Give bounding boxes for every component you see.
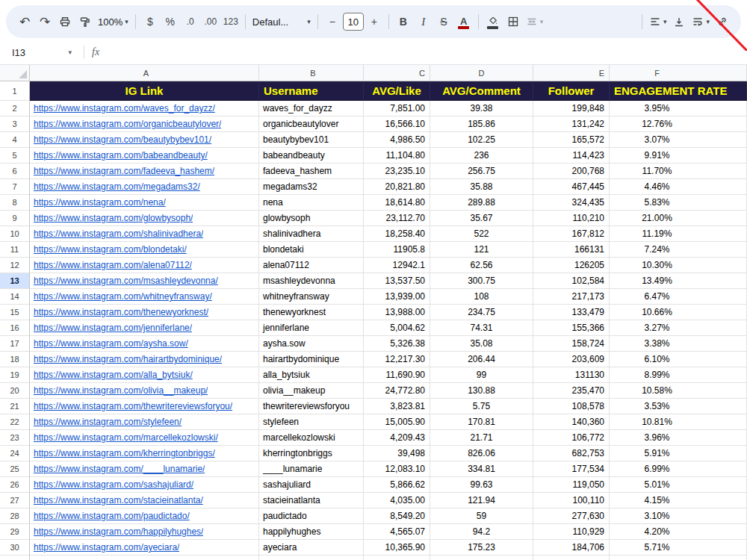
cell-avg-comment[interactable]: 35.08	[430, 336, 533, 352]
row-header-1[interactable]: 1	[0, 81, 30, 101]
cell-avg-like[interactable]: 12942.1	[364, 258, 430, 273]
cell-follower[interactable]: 682,753	[533, 446, 610, 461]
row-header-15[interactable]: 15	[0, 305, 30, 320]
cell-follower[interactable]: 177,534	[533, 461, 610, 477]
cell-avg-like[interactable]: 12,217.30	[364, 352, 430, 367]
ig-link[interactable]: https://www.instagram.com/____lunamarie/	[34, 464, 205, 474]
column-header-b[interactable]: B	[259, 65, 364, 81]
cell-avg-like[interactable]: 8,549.20	[364, 508, 430, 524]
cell-follower[interactable]: 165,572	[533, 132, 610, 148]
cell-username[interactable]: stylefeen	[259, 414, 364, 430]
cell-engagement-rate[interactable]: 11.19%	[610, 226, 747, 242]
ig-link[interactable]: https://www.instagram.com/marcellekozlow…	[34, 432, 218, 443]
cell-ig-link[interactable]: https://www.instagram.com/thenewyorknest…	[30, 305, 259, 320]
cell-avg-comment[interactable]: 130.88	[430, 383, 533, 399]
cell-follower[interactable]: 217,173	[533, 289, 610, 305]
formula-input[interactable]	[107, 40, 747, 64]
row-header-19[interactable]: 19	[0, 367, 30, 383]
row-header-25[interactable]: 25	[0, 461, 30, 477]
ig-link[interactable]: https://www.instagram.com/shalinivadhera…	[34, 228, 203, 239]
cell-username[interactable]: msashleydevonna	[259, 273, 364, 289]
cell-username[interactable]: shalinivadhera	[259, 226, 364, 242]
row-header-22[interactable]: 22	[0, 414, 30, 430]
ig-link[interactable]: https://www.instagram.com/organicbeautyl…	[34, 119, 221, 129]
row-header-9[interactable]: 9	[0, 211, 30, 226]
cell-engagement-rate[interactable]: 3.27%	[610, 320, 747, 336]
ig-link[interactable]: https://www.instagram.com/waves_for_dayz…	[34, 103, 215, 113]
cell-follower[interactable]: 131,242	[533, 116, 610, 132]
cell-engagement-rate[interactable]: 4.46%	[610, 179, 747, 195]
cell-ig-link[interactable]: https://www.instagram.com/thewritereview…	[30, 399, 259, 414]
cell-avg-like[interactable]: 11,690.90	[364, 367, 430, 383]
cell-username[interactable]: ____lunamarie	[259, 461, 364, 477]
cell-username[interactable]: megadams32	[259, 179, 364, 195]
cell-avg-like[interactable]: 18,258.40	[364, 226, 430, 242]
cell-engagement-rate[interactable]: 4.15%	[610, 493, 747, 508]
column-header-f[interactable]: F	[610, 65, 747, 81]
cell-ig-link[interactable]: https://www.instagram.com/jenniferlane/	[30, 320, 259, 336]
horizontal-align-button[interactable]: ▾	[647, 11, 669, 32]
ig-link[interactable]: https://www.instagram.com/whitneyfranswa…	[34, 291, 212, 302]
cell-engagement-rate[interactable]: 13.49%	[610, 273, 747, 289]
cell-avg-like[interactable]: 5,004.62	[364, 320, 430, 336]
cell-avg-comment[interactable]: 234.75	[430, 305, 533, 320]
cell-avg-like[interactable]: 7,851.00	[364, 101, 430, 116]
cell-follower[interactable]: 119,050	[533, 477, 610, 493]
row-header-13[interactable]: 13	[0, 273, 30, 289]
cell-engagement-rate[interactable]: 9.91%	[610, 148, 747, 164]
ig-link[interactable]: https://www.instagram.com/babeandbeauty/	[34, 150, 208, 161]
cell-avg-comment[interactable]: 522	[430, 226, 533, 242]
cell-engagement-rate[interactable]: 3.95%	[610, 101, 747, 116]
cell-engagement-rate[interactable]: 10.58%	[610, 383, 747, 399]
ig-link[interactable]: https://www.instagram.com/glowbysoph/	[34, 213, 193, 223]
ig-link[interactable]: https://www.instagram.com/blondetaki/	[34, 244, 187, 255]
cell-avg-like[interactable]: 18,614.80	[364, 195, 430, 211]
cell-engagement-rate[interactable]: 6.99%	[610, 461, 747, 477]
cell-engagement-rate[interactable]: 3.53%	[610, 399, 747, 414]
header-avg-like[interactable]: AVG/Like	[364, 81, 430, 101]
cell-avg-like[interactable]: 4,565.07	[364, 524, 430, 540]
cell-follower[interactable]: 110,210	[533, 211, 610, 226]
cell-avg-comment[interactable]: 39.38	[430, 101, 533, 116]
cell-avg-comment[interactable]: 185.86	[430, 116, 533, 132]
ig-link[interactable]: https://www.instagram.com/alena07112/	[34, 260, 192, 270]
cell-ig-link[interactable]: https://www.instagram.com/beautybybev101…	[30, 132, 259, 148]
cell-avg-like[interactable]: 5,326.38	[364, 336, 430, 352]
font-selector[interactable]: Defaul... ▾	[250, 11, 313, 32]
cell-username[interactable]: marcellekozlowski	[259, 430, 364, 446]
ig-link[interactable]: https://www.instagram.com/ayeciara/	[34, 542, 179, 553]
cell-ig-link[interactable]: https://www.instagram.com/paudictado/	[30, 508, 259, 524]
cell-username[interactable]: glowbysoph	[259, 211, 364, 226]
cell-engagement-rate[interactable]: 3.10%	[610, 508, 747, 524]
cell-avg-comment[interactable]: 108	[430, 289, 533, 305]
cell-avg-like[interactable]: 16,566.10	[364, 116, 430, 132]
ig-link[interactable]: https://www.instagram.com/olivia__makeup…	[34, 385, 208, 396]
cell-engagement-rate[interactable]: 11.70%	[610, 164, 747, 179]
cell-follower[interactable]: 108,578	[533, 399, 610, 414]
cell-ig-link[interactable]: https://www.instagram.com/stylefeen/	[30, 414, 259, 430]
cell-avg-comment[interactable]: 236	[430, 148, 533, 164]
ig-link[interactable]: https://www.instagram.com/hairartbydomin…	[34, 354, 222, 364]
row-header-21[interactable]: 21	[0, 399, 30, 414]
cell-avg-like[interactable]: 11905.8	[364, 242, 430, 258]
cell-ig-link[interactable]: https://www.instagram.com/glowbysoph/	[30, 211, 259, 226]
cell-avg-comment[interactable]: 59	[430, 508, 533, 524]
cell-ig-link[interactable]: https://www.instagram.com/olivia__makeup…	[30, 383, 259, 399]
redo-button[interactable]: ↷	[35, 11, 55, 32]
cell-avg-like[interactable]: 24,772.80	[364, 383, 430, 399]
increase-font-size-button[interactable]: +	[365, 11, 384, 32]
cell-username[interactable]: organicbeautylover	[259, 116, 364, 132]
cell-username[interactable]: aysha.sow	[259, 336, 364, 352]
column-header-c[interactable]: C	[364, 65, 430, 81]
cell-avg-comment[interactable]: 5.75	[430, 399, 533, 414]
cell-ig-link[interactable]: https://www.instagram.com/msashleydevonn…	[30, 273, 259, 289]
cell-engagement-rate[interactable]: 10.66%	[610, 305, 747, 320]
ig-link[interactable]: https://www.instagram.com/msashleydevonn…	[34, 276, 218, 286]
cell-engagement-rate[interactable]: 6.47%	[610, 289, 747, 305]
ig-link[interactable]: https://www.instagram.com/sashajuliard/	[34, 479, 193, 490]
row-header-7[interactable]: 7	[0, 179, 30, 195]
font-size-input[interactable]: 10	[343, 13, 364, 31]
row-header-20[interactable]: 20	[0, 383, 30, 399]
cell-avg-like[interactable]: 15,005.90	[364, 414, 430, 430]
row-header-16[interactable]: 16	[0, 320, 30, 336]
